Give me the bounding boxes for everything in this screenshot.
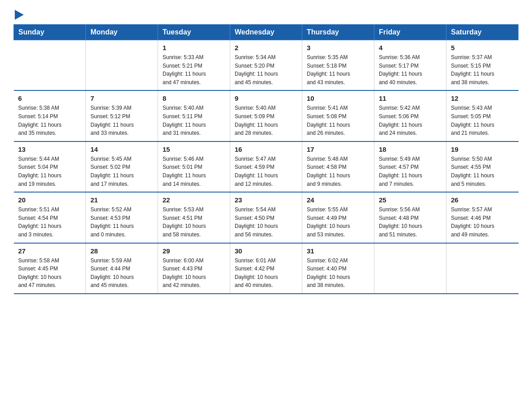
calendar-header-friday: Friday	[374, 25, 446, 40]
calendar-cell-5-7	[446, 243, 519, 294]
calendar-week-4: 20Sunrise: 5:51 AM Sunset: 4:54 PM Dayli…	[14, 192, 519, 243]
day-number: 29	[163, 247, 225, 255]
day-number: 28	[90, 247, 153, 255]
day-info: Sunrise: 5:34 AM Sunset: 5:20 PM Dayligh…	[235, 53, 297, 86]
calendar-cell-1-1	[14, 40, 86, 91]
day-info: Sunrise: 5:41 AM Sunset: 5:08 PM Dayligh…	[307, 104, 369, 137]
calendar-cell-4-7: 26Sunrise: 5:57 AM Sunset: 4:46 PM Dayli…	[446, 192, 519, 243]
day-number: 1	[163, 44, 225, 51]
calendar-cell-5-6	[374, 243, 446, 294]
day-number: 3	[307, 44, 369, 51]
day-info: Sunrise: 6:02 AM Sunset: 4:40 PM Dayligh…	[307, 257, 369, 290]
day-number: 25	[379, 196, 442, 204]
calendar-cell-3-6: 18Sunrise: 5:49 AM Sunset: 4:57 PM Dayli…	[374, 141, 446, 192]
day-number: 10	[307, 94, 369, 102]
day-info: Sunrise: 5:44 AM Sunset: 5:04 PM Dayligh…	[18, 155, 82, 188]
calendar-cell-4-5: 24Sunrise: 5:55 AM Sunset: 4:49 PM Dayli…	[302, 192, 374, 243]
calendar-cell-5-3: 29Sunrise: 6:00 AM Sunset: 4:43 PM Dayli…	[158, 243, 230, 294]
day-info: Sunrise: 6:00 AM Sunset: 4:43 PM Dayligh…	[163, 257, 225, 290]
calendar-week-2: 6Sunrise: 5:38 AM Sunset: 5:14 PM Daylig…	[14, 90, 519, 141]
calendar-week-1: 1Sunrise: 5:33 AM Sunset: 5:21 PM Daylig…	[14, 40, 519, 91]
logo	[13, 9, 24, 20]
day-info: Sunrise: 5:52 AM Sunset: 4:53 PM Dayligh…	[90, 206, 153, 239]
day-info: Sunrise: 5:39 AM Sunset: 5:12 PM Dayligh…	[90, 104, 153, 137]
day-info: Sunrise: 5:59 AM Sunset: 4:44 PM Dayligh…	[90, 257, 153, 290]
day-info: Sunrise: 5:46 AM Sunset: 5:01 PM Dayligh…	[163, 155, 225, 188]
calendar-header-saturday: Saturday	[446, 25, 519, 40]
calendar-cell-3-1: 13Sunrise: 5:44 AM Sunset: 5:04 PM Dayli…	[14, 141, 86, 192]
calendar-cell-2-3: 8Sunrise: 5:40 AM Sunset: 5:11 PM Daylig…	[158, 90, 230, 141]
day-number: 14	[90, 146, 153, 153]
day-number: 7	[90, 94, 153, 102]
day-info: Sunrise: 5:40 AM Sunset: 5:11 PM Dayligh…	[163, 104, 225, 137]
calendar-cell-3-4: 16Sunrise: 5:47 AM Sunset: 4:59 PM Dayli…	[230, 141, 302, 192]
day-info: Sunrise: 5:37 AM Sunset: 5:15 PM Dayligh…	[451, 53, 514, 86]
calendar-cell-3-7: 19Sunrise: 5:50 AM Sunset: 4:55 PM Dayli…	[446, 141, 519, 192]
calendar-cell-1-3: 1Sunrise: 5:33 AM Sunset: 5:21 PM Daylig…	[158, 40, 230, 91]
calendar-header-thursday: Thursday	[302, 25, 374, 40]
day-info: Sunrise: 5:58 AM Sunset: 4:45 PM Dayligh…	[18, 257, 82, 290]
day-info: Sunrise: 5:35 AM Sunset: 5:18 PM Dayligh…	[307, 53, 369, 86]
day-number: 15	[163, 146, 225, 153]
calendar-cell-2-6: 11Sunrise: 5:42 AM Sunset: 5:06 PM Dayli…	[374, 90, 446, 141]
day-number: 18	[379, 146, 442, 153]
day-number: 20	[18, 196, 82, 204]
day-number: 23	[235, 196, 297, 204]
day-info: Sunrise: 5:43 AM Sunset: 5:05 PM Dayligh…	[451, 104, 514, 137]
calendar-cell-4-2: 21Sunrise: 5:52 AM Sunset: 4:53 PM Dayli…	[86, 192, 158, 243]
day-info: Sunrise: 5:51 AM Sunset: 4:54 PM Dayligh…	[18, 206, 82, 239]
day-info: Sunrise: 6:01 AM Sunset: 4:42 PM Dayligh…	[235, 257, 297, 290]
calendar-cell-5-4: 30Sunrise: 6:01 AM Sunset: 4:42 PM Dayli…	[230, 243, 302, 294]
calendar-header-tuesday: Tuesday	[158, 25, 230, 40]
day-info: Sunrise: 5:45 AM Sunset: 5:02 PM Dayligh…	[90, 155, 153, 188]
svg-marker-0	[15, 10, 24, 20]
calendar-cell-2-4: 9Sunrise: 5:40 AM Sunset: 5:09 PM Daylig…	[230, 90, 302, 141]
calendar-header-monday: Monday	[86, 25, 158, 40]
day-number: 11	[379, 94, 442, 102]
calendar-cell-2-2: 7Sunrise: 5:39 AM Sunset: 5:12 PM Daylig…	[86, 90, 158, 141]
calendar-week-3: 13Sunrise: 5:44 AM Sunset: 5:04 PM Dayli…	[14, 141, 519, 192]
calendar-cell-1-2	[86, 40, 158, 91]
day-number: 19	[451, 146, 514, 153]
calendar-cell-5-5: 31Sunrise: 6:02 AM Sunset: 4:40 PM Dayli…	[302, 243, 374, 294]
day-info: Sunrise: 5:36 AM Sunset: 5:17 PM Dayligh…	[379, 53, 442, 86]
day-info: Sunrise: 5:40 AM Sunset: 5:09 PM Dayligh…	[235, 104, 297, 137]
day-number: 22	[163, 196, 225, 204]
calendar-header-row: SundayMondayTuesdayWednesdayThursdayFrid…	[14, 25, 519, 40]
day-info: Sunrise: 5:57 AM Sunset: 4:46 PM Dayligh…	[451, 206, 514, 239]
day-info: Sunrise: 5:48 AM Sunset: 4:58 PM Dayligh…	[307, 155, 369, 188]
page-header	[13, 9, 519, 20]
day-info: Sunrise: 5:33 AM Sunset: 5:21 PM Dayligh…	[163, 53, 225, 86]
calendar-week-5: 27Sunrise: 5:58 AM Sunset: 4:45 PM Dayli…	[14, 243, 519, 294]
day-info: Sunrise: 5:49 AM Sunset: 4:57 PM Dayligh…	[379, 155, 442, 188]
day-info: Sunrise: 5:54 AM Sunset: 4:50 PM Dayligh…	[235, 206, 297, 239]
calendar-cell-4-3: 22Sunrise: 5:53 AM Sunset: 4:51 PM Dayli…	[158, 192, 230, 243]
day-number: 6	[18, 94, 82, 102]
day-info: Sunrise: 5:56 AM Sunset: 4:48 PM Dayligh…	[379, 206, 442, 239]
calendar-cell-4-4: 23Sunrise: 5:54 AM Sunset: 4:50 PM Dayli…	[230, 192, 302, 243]
calendar-cell-2-1: 6Sunrise: 5:38 AM Sunset: 5:14 PM Daylig…	[14, 90, 86, 141]
calendar-cell-1-6: 4Sunrise: 5:36 AM Sunset: 5:17 PM Daylig…	[374, 40, 446, 91]
day-number: 4	[379, 44, 442, 51]
calendar-cell-5-2: 28Sunrise: 5:59 AM Sunset: 4:44 PM Dayli…	[86, 243, 158, 294]
day-info: Sunrise: 5:53 AM Sunset: 4:51 PM Dayligh…	[163, 206, 225, 239]
calendar-header-sunday: Sunday	[14, 25, 86, 40]
calendar-cell-1-4: 2Sunrise: 5:34 AM Sunset: 5:20 PM Daylig…	[230, 40, 302, 91]
calendar-cell-2-5: 10Sunrise: 5:41 AM Sunset: 5:08 PM Dayli…	[302, 90, 374, 141]
calendar-cell-3-2: 14Sunrise: 5:45 AM Sunset: 5:02 PM Dayli…	[86, 141, 158, 192]
day-number: 5	[451, 44, 514, 51]
logo-arrow-icon	[15, 10, 24, 20]
calendar-cell-5-1: 27Sunrise: 5:58 AM Sunset: 4:45 PM Dayli…	[14, 243, 86, 294]
day-number: 12	[451, 94, 514, 102]
day-number: 21	[90, 196, 153, 204]
day-info: Sunrise: 5:55 AM Sunset: 4:49 PM Dayligh…	[307, 206, 369, 239]
calendar-cell-2-7: 12Sunrise: 5:43 AM Sunset: 5:05 PM Dayli…	[446, 90, 519, 141]
calendar-cell-1-5: 3Sunrise: 5:35 AM Sunset: 5:18 PM Daylig…	[302, 40, 374, 91]
day-number: 27	[18, 247, 82, 255]
day-number: 2	[235, 44, 297, 51]
calendar-cell-4-1: 20Sunrise: 5:51 AM Sunset: 4:54 PM Dayli…	[14, 192, 86, 243]
day-number: 9	[235, 94, 297, 102]
day-info: Sunrise: 5:47 AM Sunset: 4:59 PM Dayligh…	[235, 155, 297, 188]
day-info: Sunrise: 5:38 AM Sunset: 5:14 PM Dayligh…	[18, 104, 82, 137]
day-number: 31	[307, 247, 369, 255]
